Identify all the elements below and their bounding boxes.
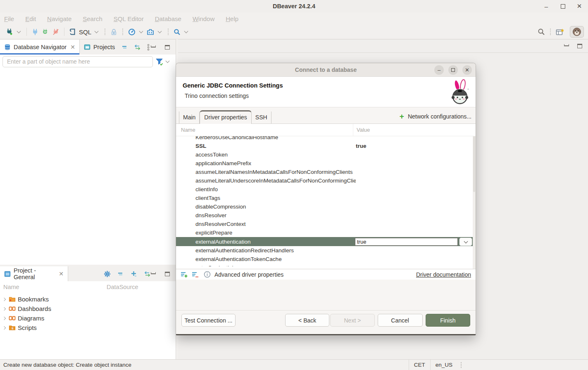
tree-item-diagrams[interactable]: Diagrams bbox=[0, 313, 176, 323]
object-filter-input[interactable] bbox=[2, 56, 153, 67]
table-row[interactable]: clientInfo bbox=[176, 185, 476, 194]
search-objects-dropdown[interactable] bbox=[182, 26, 190, 37]
connect-button[interactable] bbox=[30, 26, 40, 37]
tab-database-navigator[interactable]: Database Navigator ✕ bbox=[0, 40, 80, 55]
window-maximize-button[interactable] bbox=[560, 3, 566, 9]
transaction-mode-dropdown[interactable] bbox=[155, 26, 164, 37]
reconnect-button[interactable] bbox=[40, 26, 51, 37]
sql-editor-dropdown[interactable] bbox=[92, 26, 101, 37]
close-icon[interactable]: ✕ bbox=[70, 44, 75, 50]
search-objects-button[interactable] bbox=[172, 26, 182, 37]
table-row[interactable]: KerberosUseCanonicalHostname bbox=[176, 136, 476, 142]
expand-caret-icon[interactable] bbox=[2, 297, 6, 301]
back-button[interactable]: < Back bbox=[285, 314, 329, 327]
expand-caret-icon[interactable] bbox=[2, 326, 6, 329]
filter-funnel-icon[interactable] bbox=[155, 58, 164, 66]
dialog-maximize-button[interactable] bbox=[448, 65, 458, 75]
column-name[interactable]: Name bbox=[0, 284, 107, 290]
menu-window[interactable]: Window bbox=[193, 15, 214, 22]
dashboard-dropdown[interactable] bbox=[137, 26, 145, 37]
menu-edit[interactable]: Edit bbox=[25, 15, 36, 22]
collapse-all-icon[interactable] bbox=[117, 271, 124, 277]
expand-caret-icon[interactable] bbox=[2, 307, 6, 310]
table-row[interactable]: assumeLiteralUnderscoreInMetadataCallsFo… bbox=[176, 176, 476, 185]
table-row[interactable]: applicationNamePrefix bbox=[176, 159, 476, 168]
new-sql-editor-button[interactable] bbox=[68, 26, 77, 37]
minimize-view-icon[interactable] bbox=[151, 272, 156, 274]
table-row[interactable]: dnsResolver bbox=[176, 211, 476, 220]
menu-search[interactable]: Search bbox=[83, 15, 102, 22]
maximize-view-icon[interactable] bbox=[165, 45, 170, 50]
table-scrollbar[interactable] bbox=[473, 136, 476, 269]
tab-project-general[interactable]: Project - General ✕ bbox=[0, 266, 68, 281]
dashboard-button[interactable] bbox=[127, 26, 137, 37]
tree-item-dashboards[interactable]: Dashboards bbox=[0, 304, 176, 313]
finish-button[interactable]: Finish bbox=[426, 314, 470, 327]
locale-indicator[interactable]: en_US bbox=[430, 360, 457, 370]
remove-property-icon[interactable] bbox=[192, 271, 198, 278]
menu-sql-editor[interactable]: SQL Editor bbox=[114, 15, 144, 22]
menu-file[interactable]: File bbox=[4, 15, 14, 22]
transaction-mode-button[interactable] bbox=[145, 26, 155, 37]
tree-item-bookmarks[interactable]: Bookmarks bbox=[0, 294, 176, 304]
column-name[interactable]: Name bbox=[176, 127, 353, 133]
new-connection-dropdown[interactable] bbox=[14, 26, 23, 37]
new-connection-button[interactable] bbox=[4, 26, 14, 37]
table-row[interactable]: clientTags bbox=[176, 194, 476, 202]
beaver-avatar-icon bbox=[572, 27, 581, 36]
table-row[interactable]: disableCompression bbox=[176, 202, 476, 211]
menu-database[interactable]: Database bbox=[155, 15, 181, 22]
driver-documentation-link[interactable]: Driver documentation bbox=[416, 271, 471, 278]
user-profile-button[interactable] bbox=[570, 26, 584, 38]
table-row[interactable]: SSL true bbox=[176, 142, 476, 150]
expand-all-icon[interactable] bbox=[131, 270, 137, 277]
table-row[interactable]: externalAuthenticationRedirectHandlers bbox=[176, 246, 476, 255]
lock-button[interactable] bbox=[109, 26, 119, 37]
maximize-view-icon[interactable] bbox=[165, 272, 170, 276]
maximize-view-icon[interactable] bbox=[577, 44, 582, 48]
property-value-input[interactable] bbox=[355, 238, 458, 246]
collapse-all-icon[interactable] bbox=[121, 44, 128, 50]
cancel-button[interactable]: Cancel bbox=[378, 314, 423, 327]
tab-main[interactable]: Main bbox=[179, 111, 200, 123]
dialog-tabbar: Main Driver properties SSH + Network con… bbox=[176, 107, 476, 124]
column-value[interactable]: Value bbox=[353, 124, 476, 136]
table-row[interactable]: dnsResolverContext bbox=[176, 220, 476, 228]
dialog-titlebar[interactable]: Connect to a database – ✕ bbox=[176, 63, 476, 77]
table-row[interactable]: extraCredentials bbox=[176, 263, 476, 266]
table-row[interactable]: accessToken bbox=[176, 150, 476, 159]
link-with-editor-icon[interactable] bbox=[134, 44, 141, 50]
expand-caret-icon[interactable] bbox=[2, 316, 6, 320]
dialog-close-button[interactable]: ✕ bbox=[462, 65, 472, 75]
timezone-indicator[interactable]: CET bbox=[409, 360, 430, 370]
open-perspective-button[interactable] bbox=[555, 26, 566, 37]
menu-navigate[interactable]: Navigate bbox=[47, 15, 71, 22]
quick-search-button[interactable] bbox=[536, 26, 546, 37]
window-minimize-button[interactable]: – bbox=[543, 3, 549, 9]
table-row[interactable]: externalAuthenticationTokenCache bbox=[176, 255, 476, 263]
table-row[interactable]: assumeLiteralNamesInMetadataCallsForNonC… bbox=[176, 168, 476, 176]
tree-item-label: Diagrams bbox=[18, 315, 44, 322]
tab-ssh[interactable]: SSH bbox=[252, 111, 271, 123]
tree-item-scripts[interactable]: Scripts bbox=[0, 323, 176, 332]
gear-icon[interactable] bbox=[104, 270, 111, 278]
window-close-button[interactable]: ✕ bbox=[576, 3, 582, 9]
menu-help[interactable]: Help bbox=[226, 15, 238, 22]
dialog-minimize-button[interactable]: – bbox=[434, 65, 444, 75]
view-menu-icon[interactable] bbox=[147, 44, 150, 51]
minimize-view-icon[interactable] bbox=[564, 44, 569, 46]
chevron-down-icon[interactable] bbox=[166, 59, 170, 63]
link-with-editor-icon[interactable] bbox=[144, 271, 151, 277]
tab-projects[interactable]: Projects bbox=[80, 40, 119, 55]
network-configurations-button[interactable]: + Network configurations... bbox=[400, 113, 471, 120]
close-icon[interactable]: ✕ bbox=[59, 270, 64, 277]
test-connection-button[interactable]: Test Connection ... bbox=[181, 314, 236, 327]
table-row-selected[interactable]: externalAuthentication bbox=[176, 237, 473, 246]
disconnect-button[interactable] bbox=[51, 26, 61, 37]
tab-driver-properties[interactable]: Driver properties bbox=[200, 110, 251, 124]
minimize-view-icon[interactable] bbox=[151, 45, 156, 47]
table-row[interactable]: explicitPrepare bbox=[176, 228, 476, 237]
column-datasource[interactable]: DataSource bbox=[107, 284, 138, 290]
add-property-icon[interactable] bbox=[181, 271, 188, 278]
value-dropdown-button[interactable] bbox=[459, 237, 472, 246]
